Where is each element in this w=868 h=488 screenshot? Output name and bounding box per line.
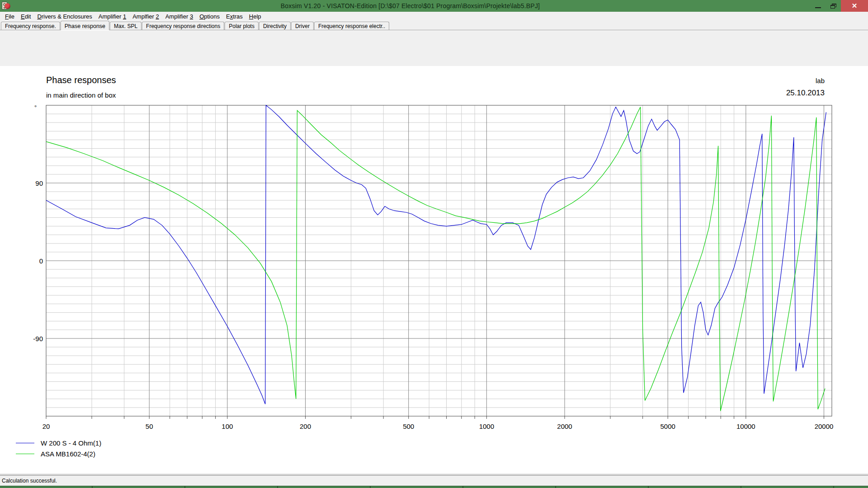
x-tick-label: 2000 [557,422,572,430]
tab-phase-response[interactable]: Phase response [61,21,109,30]
x-tick-label: 500 [403,422,414,430]
status-message: Calculation successful. [2,478,57,484]
legend-item: W 200 S - 4 Ohm(1) [16,439,101,447]
project-name: lab [816,77,825,84]
y-tick-label: 90 [16,179,43,187]
x-tick-label: 10000 [736,422,755,430]
x-tick-label: 1000 [479,422,494,430]
legend-label: W 200 S - 4 Ohm(1) [41,439,101,447]
x-tick-label: 20 [42,422,50,430]
x-tick-label: 200 [300,422,311,430]
menu-item-help[interactable]: Help [246,12,264,21]
tab-directivity[interactable]: Directivity [259,22,291,30]
title-bar: Boxsim V1.20 - VISATON-Edition [D:\$07 E… [0,0,868,12]
x-tick-label: 20000 [815,422,834,430]
tab-max-spl[interactable]: Max. SPL [110,22,142,30]
menu-item-extras[interactable]: Extras [223,12,246,21]
series-curve [46,105,826,404]
menu-item-amplfier-2[interactable]: Amplfier 2 [129,12,162,21]
y-tick-label: 0 [16,257,43,265]
phase-response-chart: Phase responses in main direction of box… [0,66,868,474]
minimize-icon [815,7,821,8]
x-tick-label: 50 [146,422,153,430]
x-tick-label: 100 [222,422,233,430]
restore-icon [830,4,836,9]
x-tick-label: 5000 [660,422,675,430]
menu-bar: FileEditDrivers & EnclosuresAmplifier 1A… [0,12,868,21]
driver-selection-panel: ✓W 200 S - 4 Ohm(1)✓ASA MB1602-4(2)ASA T… [0,30,868,66]
plot-canvas [0,66,868,474]
close-button[interactable]: ✕ [841,0,868,12]
tab-bar: Frequency response.Phase responseMax. SP… [0,21,868,30]
status-bar: Calculation successful. [0,475,868,486]
window-title: Boxsim V1.20 - VISATON-Edition [D:\$07 E… [10,2,810,9]
y-tick-label: -90 [16,335,43,343]
chart-title: Phase responses [46,75,116,85]
menu-item-drivers-enclosures[interactable]: Drivers & Enclosures [34,12,95,21]
taskbar-edge [0,486,868,488]
series-curve [46,107,825,411]
red-sphere-icon [5,3,10,9]
restore-button[interactable] [826,0,841,11]
chart-date: 25.10.2013 [786,89,825,98]
tab-frequency-response-electr-[interactable]: Frequency response electr.. [314,22,389,30]
legend-line-blue [16,443,34,443]
legend-line-green [16,454,34,454]
y-axis-unit-label: ° [34,104,37,111]
menu-item-file[interactable]: File [2,12,18,21]
legend-item: ASA MB1602-4(2) [16,450,95,458]
minimize-button[interactable] [810,0,826,11]
tab-polar-plots[interactable]: Polar plots [225,22,259,30]
menu-item-amplifier-1[interactable]: Amplifier 1 [95,12,129,21]
tab-frequency-response-directions[interactable]: Frequency response directions [142,22,224,30]
chart-subtitle: in main direction of box [46,91,116,99]
legend-label: ASA MB1602-4(2) [41,450,95,458]
app-icon [1,1,10,10]
menu-item-amplifier-3[interactable]: Amplifier 3 [162,12,196,21]
menu-item-options[interactable]: Options [196,12,223,21]
tab-driver[interactable]: Driver [291,22,314,30]
menu-item-edit[interactable]: Edit [18,12,34,21]
tab-frequency-response-[interactable]: Frequency response. [1,22,60,30]
